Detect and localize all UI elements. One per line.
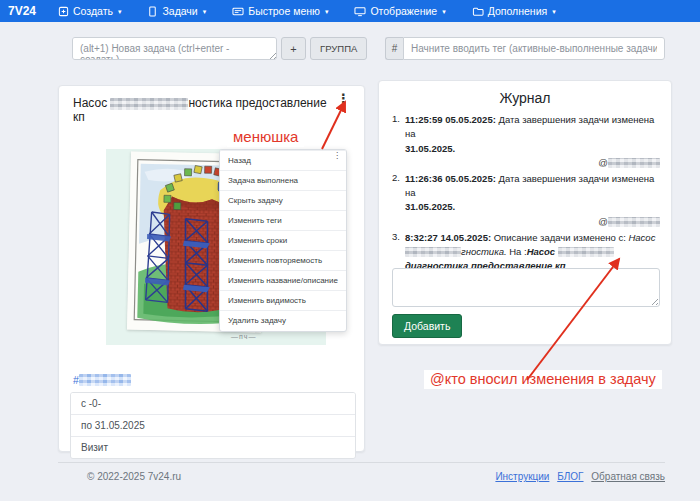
- detail-row-due-date: по 31.05.2025: [71, 414, 355, 436]
- journal-entries: 1. 11:25:59 05.05.2025: Дата завершения …: [392, 109, 660, 289]
- nav-menu: Создать ▾ Задачи ▾ Быстрое меню ▾ Отобра…: [58, 5, 556, 17]
- entry-timestamp: 11:26:36 05.05.2025:: [405, 173, 496, 184]
- redacted-author: [608, 158, 660, 168]
- nav-item-label: Дополнения: [488, 5, 547, 17]
- detail-row-start-date: с -0-: [71, 393, 355, 414]
- task-title: Насос ностика предоставление кп: [73, 96, 338, 124]
- footer-copyright: © 2022-2025 7v24.ru: [87, 471, 181, 482]
- redacted-new-title: [558, 247, 614, 257]
- detail-row-type: Визит: [71, 436, 355, 458]
- entry-text: 8:32:27 14.05.2025: Описание задачи изме…: [405, 231, 660, 274]
- brand-logo[interactable]: 7V24: [8, 4, 36, 18]
- plus-square-icon: [58, 6, 69, 17]
- task-card: Насос ностика предоставление кп ⋮: [58, 85, 365, 452]
- at-sign: @: [598, 216, 608, 227]
- nav-item-quick-menu[interactable]: Быстрое меню ▾: [232, 5, 328, 17]
- footer-link-instructions[interactable]: Инструкции: [495, 471, 549, 482]
- entry-number: 2.: [392, 172, 402, 215]
- entry-text: 11:26:36 05.05.2025: Дата завершения зад…: [405, 172, 660, 215]
- entry-period: .: [453, 143, 456, 154]
- footer-divider: [58, 462, 665, 463]
- menu-item-edit-title[interactable]: Изменить название/описание: [220, 270, 346, 290]
- chevron-down-icon: ▾: [203, 8, 207, 15]
- menu-item-edit-repeat[interactable]: Изменить повторяемость: [220, 250, 346, 270]
- old-title-text: Насос: [628, 232, 655, 243]
- task-title-text: Насос: [73, 96, 110, 110]
- journal-entry: 2. 11:26:36 05.05.2025: Дата завершения …: [392, 172, 660, 215]
- journal-card: Журнал 1. 11:25:59 05.05.2025: Дата заве…: [378, 80, 672, 345]
- new-task-input[interactable]: [72, 37, 277, 60]
- footer-link-feedback[interactable]: Обратная связь: [591, 471, 665, 482]
- entry-message: На :: [507, 246, 527, 257]
- entry-number: 3.: [392, 231, 402, 274]
- entry-timestamp: 11:25:59 05.05.2025:: [405, 114, 496, 125]
- task-tag-link[interactable]: #: [73, 374, 131, 386]
- footer-link-blog[interactable]: БЛОГ: [557, 471, 583, 482]
- entry-date: 31.05.2025.: [405, 142, 660, 156]
- journal-comment-input[interactable]: [392, 268, 660, 307]
- navbar: 7V24 Создать ▾ Задачи ▾ Быстрое меню ▾ О…: [0, 0, 700, 22]
- task-menu-kebab-icon[interactable]: ⋮: [333, 90, 354, 107]
- annotation-menu-note: менюшка: [227, 127, 304, 147]
- folder-icon: [472, 6, 484, 17]
- chevron-down-icon: ▾: [552, 8, 556, 15]
- add-comment-button[interactable]: Добавить: [392, 314, 462, 338]
- footer-links: Инструкции БЛОГ Обратная связь: [490, 471, 665, 482]
- new-title-text: Насос: [527, 246, 558, 257]
- nav-item-label: Создать: [73, 5, 113, 17]
- redacted-tag-text: [79, 374, 131, 386]
- photo-caption: —пч—: [231, 333, 256, 340]
- chevron-down-icon: ▾: [325, 8, 329, 15]
- file-icon: [147, 6, 158, 17]
- group-button[interactable]: ГРУППА: [310, 37, 367, 60]
- chevron-down-icon: ▾: [442, 8, 446, 15]
- redacted-title-text: [110, 98, 188, 110]
- annotation-author-note: @кто вносил изменения в задачу: [424, 370, 662, 389]
- menu-item-edit-tags[interactable]: Изменить теги: [220, 210, 346, 230]
- menu-item-task-done[interactable]: Задача выполнена: [220, 170, 346, 190]
- menu-item-hide-task[interactable]: Скрыть задачу: [220, 190, 346, 210]
- entry-date: 31.05.2025.: [405, 200, 660, 214]
- chevron-down-icon: ▾: [118, 8, 122, 15]
- task-detail-list: с -0- по 31.05.2025 Визит: [70, 392, 356, 459]
- entry-timestamp: 8:32:27 14.05.2025:: [405, 232, 491, 243]
- redacted-old-title: [405, 247, 461, 257]
- journal-title: Журнал: [379, 90, 671, 106]
- at-sign: @: [598, 157, 608, 168]
- nav-item-tasks[interactable]: Задачи ▾: [147, 5, 206, 17]
- app-window: 7V24 Создать ▾ Задачи ▾ Быстрое меню ▾ О…: [0, 0, 700, 501]
- entry-message: Описание задачи изменено с:: [491, 232, 628, 243]
- menu-item-edit-dates[interactable]: Изменить сроки: [220, 230, 346, 250]
- menu-item-edit-visibility[interactable]: Изменить видимость: [220, 290, 346, 310]
- hash-addon: #: [385, 37, 403, 60]
- redacted-author: [608, 217, 660, 227]
- entry-date-bold: 31.05.2025: [405, 143, 453, 154]
- nav-item-display[interactable]: Отображение ▾: [354, 5, 445, 17]
- entry-date-bold: 31.05.2025: [405, 201, 453, 212]
- entry-period: .: [453, 201, 456, 212]
- hash-icon: #: [73, 374, 79, 386]
- entry-text: 11:25:59 05.05.2025: Дата завершения зад…: [405, 113, 660, 156]
- add-task-button[interactable]: +: [281, 37, 306, 60]
- journal-entry: 1. 11:25:59 05.05.2025: Дата завершения …: [392, 113, 660, 156]
- journal-entry: 3. 8:32:27 14.05.2025: Описание задачи и…: [392, 231, 660, 274]
- nav-item-addons[interactable]: Дополнения ▾: [472, 5, 556, 17]
- entry-author-mention: @: [392, 157, 660, 168]
- entry-author-mention: @: [392, 216, 660, 227]
- tag-search-input[interactable]: [403, 37, 665, 60]
- menu-item-delete-task[interactable]: Удалить задачу: [220, 310, 346, 330]
- nav-item-label: Задачи: [162, 5, 197, 17]
- old-title-text: гностика.: [461, 246, 507, 257]
- entry-number: 1.: [392, 113, 402, 156]
- nav-item-label: Быстрое меню: [248, 5, 320, 17]
- menu-item-back[interactable]: Назад: [220, 150, 346, 170]
- quick-menu-icon: [232, 6, 244, 17]
- display-icon: [354, 6, 366, 17]
- dropdown-kebab-icon[interactable]: ⋮: [333, 151, 341, 160]
- nav-item-create[interactable]: Создать ▾: [58, 5, 121, 17]
- task-dropdown-menu: ⋮ Назад Задача выполнена Скрыть задачу И…: [219, 149, 347, 332]
- nav-item-label: Отображение: [370, 5, 437, 17]
